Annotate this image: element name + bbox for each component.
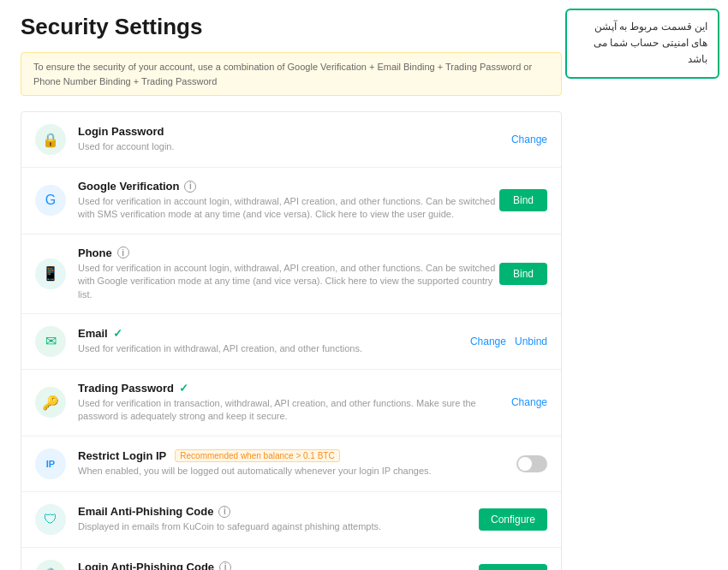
setting-desc-restrict-login-ip: When enabled, you will be logged out aut… xyxy=(78,465,506,478)
setting-actions-trading-password: Change xyxy=(511,396,547,408)
setting-desc-google-verification: Used for verification in account login, … xyxy=(78,195,499,222)
tooltip-text: این قسمت مربوط به آپشن های امنیتی حساب ش… xyxy=(594,21,707,65)
setting-info-login-password: Login PasswordUsed for account login. xyxy=(78,125,511,153)
btn-change-login-password[interactable]: Change xyxy=(511,134,547,145)
setting-title-text-trading-password: Trading Password xyxy=(78,382,174,395)
setting-icon-google-verification: G xyxy=(35,185,66,216)
setting-info-trading-password: Trading Password✓Used for verification i… xyxy=(78,382,511,424)
verified-icon-email: ✓ xyxy=(113,327,122,340)
setting-actions-login-anti-phishing: Configure xyxy=(479,564,547,570)
tooltip-box: این قسمت مربوط به آپشن های امنیتی حساب ش… xyxy=(565,9,719,79)
setting-title-trading-password: Trading Password✓ xyxy=(78,382,511,395)
setting-desc-login-password: Used for account login. xyxy=(78,140,506,153)
btn-change-email[interactable]: Change xyxy=(470,335,506,347)
setting-row-email: ✉Email✓Used for verification in withdraw… xyxy=(21,314,561,370)
btn-bind-google-verification[interactable]: Bind xyxy=(499,189,547,211)
toggle-restrict-login-ip[interactable] xyxy=(516,455,547,472)
setting-title-text-login-anti-phishing: Login Anti-Phishing Code xyxy=(78,561,214,570)
setting-icon-login-password: 🔒 xyxy=(35,124,66,155)
setting-title-text-phone: Phone xyxy=(78,246,112,259)
info-icon-google-verification[interactable]: i xyxy=(184,181,196,193)
setting-title-login-anti-phishing: Login Anti-Phishing Codei xyxy=(78,561,479,570)
setting-title-text-google-verification: Google Verification xyxy=(78,180,179,193)
setting-info-google-verification: Google VerificationiUsed for verificatio… xyxy=(78,180,499,222)
setting-title-text-email-anti-phishing: Email Anti-Phishing Code xyxy=(78,505,213,518)
verified-icon-trading-password: ✓ xyxy=(179,382,188,395)
setting-icon-email-anti-phishing: 🛡 xyxy=(35,504,66,535)
setting-actions-email-anti-phishing: Configure xyxy=(479,508,547,531)
setting-title-text-email: Email xyxy=(78,327,108,340)
recommended-tag-restrict-login-ip: Recommended when balance > 0.1 BTC xyxy=(175,449,339,462)
btn-configure-email-anti-phishing[interactable]: Configure xyxy=(479,508,547,531)
btn-unbind-email[interactable]: Unbind xyxy=(515,335,547,347)
setting-actions-google-verification: Bind xyxy=(499,189,547,211)
setting-row-google-verification: GGoogle VerificationiUsed for verificati… xyxy=(21,168,561,235)
setting-info-restrict-login-ip: Restrict Login IPRecommended when balanc… xyxy=(78,449,516,478)
setting-desc-trading-password: Used for verification in transaction, wi… xyxy=(78,397,506,424)
setting-info-login-anti-phishing: Login Anti-Phishing CodeiDisplayed on th… xyxy=(78,561,479,570)
setting-actions-email: ChangeUnbind xyxy=(470,335,547,347)
setting-title-email-anti-phishing: Email Anti-Phishing Codei xyxy=(78,505,479,518)
setting-row-restrict-login-ip: IPRestrict Login IPRecommended when bala… xyxy=(21,436,561,492)
btn-bind-phone[interactable]: Bind xyxy=(499,263,547,285)
setting-title-phone: Phonei xyxy=(78,246,499,259)
setting-title-text-login-password: Login Password xyxy=(78,125,164,138)
setting-row-login-anti-phishing: 🔒Login Anti-Phishing CodeiDisplayed on t… xyxy=(21,548,561,570)
setting-title-login-password: Login Password xyxy=(78,125,511,138)
btn-change-trading-password[interactable]: Change xyxy=(511,396,547,408)
setting-icon-trading-password: 🔑 xyxy=(35,387,66,418)
settings-list: 🔒Login PasswordUsed for account login.Ch… xyxy=(21,111,562,570)
setting-title-email: Email✓ xyxy=(78,327,470,340)
setting-row-trading-password: 🔑Trading Password✓Used for verification … xyxy=(21,370,561,436)
notice-text: To ensure the security of your account, … xyxy=(33,62,532,86)
setting-desc-email-anti-phishing: Displayed in emails from KuCoin to safeg… xyxy=(78,520,479,533)
setting-icon-email: ✉ xyxy=(35,326,66,357)
page-title: Security Settings xyxy=(21,14,562,40)
btn-configure-login-anti-phishing[interactable]: Configure xyxy=(479,564,547,570)
setting-actions-phone: Bind xyxy=(499,263,547,285)
setting-icon-login-anti-phishing: 🔒 xyxy=(35,560,66,570)
setting-actions-restrict-login-ip xyxy=(516,455,547,472)
notice-bar: To ensure the security of your account, … xyxy=(21,52,562,96)
setting-info-phone: PhoneiUsed for verification in account l… xyxy=(78,246,499,301)
setting-desc-phone: Used for verification in account login, … xyxy=(78,262,499,301)
setting-info-email: Email✓Used for verification in withdrawa… xyxy=(78,327,470,355)
info-icon-email-anti-phishing[interactable]: i xyxy=(218,506,230,518)
setting-desc-email: Used for verification in withdrawal, API… xyxy=(78,342,470,355)
setting-actions-login-password: Change xyxy=(511,134,547,145)
setting-title-google-verification: Google Verificationi xyxy=(78,180,499,193)
setting-row-login-password: 🔒Login PasswordUsed for account login.Ch… xyxy=(21,112,561,168)
setting-title-restrict-login-ip: Restrict Login IPRecommended when balanc… xyxy=(78,449,516,462)
setting-row-phone: 📱PhoneiUsed for verification in account … xyxy=(21,235,561,314)
setting-icon-restrict-login-ip: IP xyxy=(35,448,66,479)
setting-icon-phone: 📱 xyxy=(35,258,66,289)
info-icon-phone[interactable]: i xyxy=(117,246,129,258)
setting-title-text-restrict-login-ip: Restrict Login IP xyxy=(78,449,166,462)
setting-row-email-anti-phishing: 🛡Email Anti-Phishing CodeiDisplayed in e… xyxy=(21,492,561,548)
info-icon-login-anti-phishing[interactable]: i xyxy=(219,561,231,570)
setting-info-email-anti-phishing: Email Anti-Phishing CodeiDisplayed in em… xyxy=(78,505,479,533)
